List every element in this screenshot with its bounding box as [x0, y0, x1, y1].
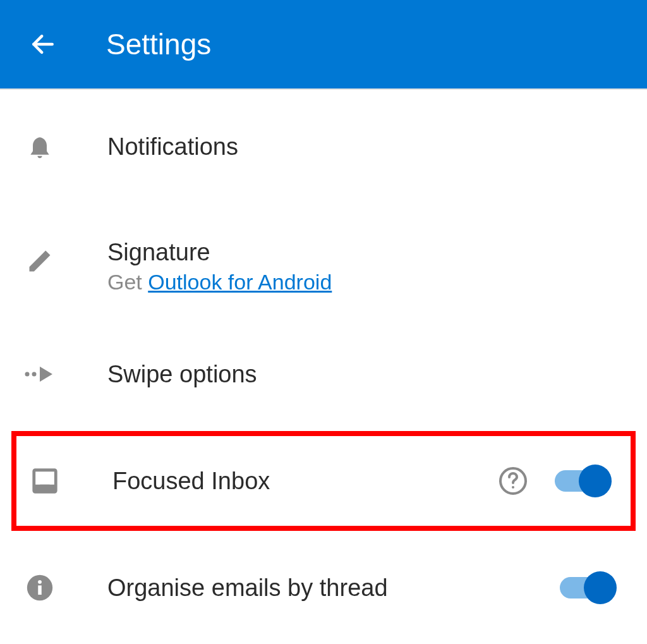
- settings-item-label: Swipe options: [107, 361, 623, 388]
- settings-item-content: Swipe options: [107, 361, 623, 388]
- settings-list: Notifications Signature Get Outlook for …: [0, 90, 647, 644]
- focused-inbox-toggle[interactable]: [555, 463, 612, 499]
- settings-item-controls: [497, 463, 612, 499]
- settings-item-subtitle: Get Outlook for Android: [107, 270, 623, 295]
- toggle-thumb: [579, 465, 612, 497]
- subtitle-prefix: Get: [107, 270, 148, 294]
- organise-emails-toggle[interactable]: [560, 570, 617, 605]
- settings-item-content: Notifications: [107, 133, 623, 161]
- settings-item-notifications[interactable]: Notifications: [0, 90, 647, 204]
- swipe-icon: [24, 358, 56, 390]
- settings-item-content: Focused Inbox: [112, 468, 497, 495]
- settings-item-controls: [560, 570, 617, 605]
- arrow-left-icon: [29, 30, 57, 58]
- settings-item-content: Signature Get Outlook for Android: [107, 239, 623, 295]
- pen-icon: [24, 245, 56, 277]
- svg-point-2: [32, 372, 37, 377]
- settings-item-signature[interactable]: Signature Get Outlook for Android: [0, 204, 647, 317]
- settings-item-content: Organise emails by thread: [107, 574, 560, 602]
- inbox-icon: [29, 465, 61, 497]
- settings-item-label: Signature: [107, 239, 623, 266]
- page-title: Settings: [106, 27, 211, 61]
- settings-item-label: Notifications: [107, 133, 623, 161]
- back-button[interactable]: [24, 25, 62, 63]
- info-icon: [24, 572, 56, 604]
- settings-item-label: Organise emails by thread: [107, 574, 560, 602]
- toggle-thumb: [584, 571, 617, 604]
- settings-item-swipe-options[interactable]: Swipe options: [0, 317, 647, 431]
- help-icon: [498, 466, 528, 496]
- svg-point-8: [38, 580, 42, 584]
- svg-point-5: [512, 486, 514, 489]
- settings-item-organise-emails[interactable]: Organise emails by thread: [0, 531, 647, 644]
- svg-rect-7: [38, 585, 42, 595]
- settings-item-focused-inbox[interactable]: Focused Inbox: [11, 431, 636, 531]
- help-button[interactable]: [497, 465, 529, 497]
- settings-item-label: Focused Inbox: [112, 468, 497, 495]
- app-header: Settings: [0, 0, 647, 90]
- svg-point-1: [25, 372, 30, 377]
- bell-icon: [24, 131, 56, 162]
- outlook-android-link[interactable]: Outlook for Android: [148, 270, 332, 294]
